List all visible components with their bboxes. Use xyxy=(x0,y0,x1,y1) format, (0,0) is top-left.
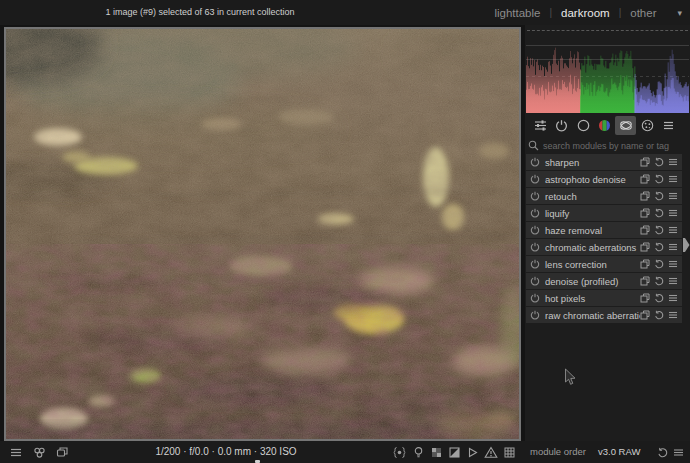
module-label: haze removal xyxy=(545,225,640,236)
sliders-icon xyxy=(534,119,547,132)
module-power-icon[interactable] xyxy=(530,225,540,235)
reset-icon[interactable] xyxy=(654,276,664,286)
module-presets-icon[interactable] xyxy=(668,208,678,218)
right-panel-collapse-handle[interactable] xyxy=(683,237,690,253)
multi-instance-icon[interactable] xyxy=(640,242,650,252)
module-row[interactable]: chromatic aberrations xyxy=(526,239,682,255)
view-darkroom[interactable]: darkroom xyxy=(561,7,610,19)
module-order-presets-icon[interactable] xyxy=(673,447,684,458)
module-order-label: module order xyxy=(530,441,586,463)
reset-icon[interactable] xyxy=(654,208,664,218)
module-group-tabs xyxy=(526,114,683,137)
view-other[interactable]: other xyxy=(630,7,656,19)
bottom-bar: 1/200 · f/0.0 · 0.0 mm · 320 ISO xyxy=(0,441,690,463)
tab-base-group[interactable] xyxy=(573,116,594,135)
module-label: sharpen xyxy=(545,157,640,168)
module-power-icon[interactable] xyxy=(530,174,540,184)
guides-grid-icon[interactable] xyxy=(503,446,516,459)
tab-correct-group[interactable] xyxy=(615,116,636,135)
module-power-icon[interactable] xyxy=(530,276,540,286)
multi-instance-icon[interactable] xyxy=(640,259,650,269)
hamburger-icon xyxy=(662,119,675,132)
reset-icon[interactable] xyxy=(654,157,664,167)
module-row[interactable]: astrophoto denoise xyxy=(526,171,682,187)
module-row[interactable]: denoise (profiled) xyxy=(526,273,682,289)
reset-icon[interactable] xyxy=(654,293,664,303)
photo-forest-floor[interactable] xyxy=(6,29,519,439)
tab-color-group[interactable] xyxy=(594,116,615,135)
multi-instance-icon[interactable] xyxy=(640,208,650,218)
histogram-canvas[interactable] xyxy=(526,34,689,113)
overexposure-warning-icon[interactable] xyxy=(484,446,498,459)
image-frame xyxy=(4,27,521,441)
top-panel-expander[interactable] xyxy=(527,30,688,31)
module-power-icon[interactable] xyxy=(530,310,540,320)
multi-instance-icon[interactable] xyxy=(640,276,650,286)
module-order-reset-icon[interactable] xyxy=(657,447,668,458)
module-power-icon[interactable] xyxy=(530,191,540,201)
search-input[interactable] xyxy=(543,141,681,151)
module-presets-icon[interactable] xyxy=(668,276,678,286)
module-row[interactable]: raw chromatic aberrations xyxy=(526,307,682,323)
view-separator: | xyxy=(619,7,622,18)
multi-instance-icon[interactable] xyxy=(640,225,650,235)
module-power-icon[interactable] xyxy=(530,208,540,218)
module-label: chromatic aberrations xyxy=(545,242,640,253)
color-assessment-icon[interactable] xyxy=(430,446,443,459)
module-row[interactable]: liquify xyxy=(526,205,682,221)
module-presets-icon[interactable] xyxy=(668,259,678,269)
module-row[interactable]: haze removal xyxy=(526,222,682,238)
multi-instance-icon[interactable] xyxy=(640,293,650,303)
grain-circle-icon xyxy=(641,119,654,132)
tab-power-group[interactable] xyxy=(551,116,572,135)
module-row[interactable]: retouch xyxy=(526,188,682,204)
module-power-icon[interactable] xyxy=(530,259,540,269)
reset-icon[interactable] xyxy=(654,242,664,252)
module-presets-icon[interactable] xyxy=(668,174,678,184)
module-label: lens correction xyxy=(545,259,640,270)
module-power-icon[interactable] xyxy=(530,242,540,252)
module-power-icon[interactable] xyxy=(530,293,540,303)
reset-icon[interactable] xyxy=(654,174,664,184)
module-label: liquify xyxy=(545,208,640,219)
module-presets-icon[interactable] xyxy=(668,191,678,201)
module-row[interactable]: sharpen xyxy=(526,154,682,170)
reset-icon[interactable] xyxy=(654,225,664,235)
tab-presets-menu[interactable] xyxy=(658,116,679,135)
exif-info: 1/200 · f/0.0 · 0.0 mm · 320 ISO xyxy=(0,441,452,463)
focus-peaking-icon[interactable] xyxy=(392,446,407,459)
reset-icon[interactable] xyxy=(654,191,664,201)
module-label: astrophoto denoise xyxy=(545,174,640,185)
multi-instance-icon[interactable] xyxy=(640,174,650,184)
lamp-icon[interactable] xyxy=(412,446,425,459)
tab-active-modules[interactable] xyxy=(530,116,551,135)
power-icon xyxy=(555,119,568,132)
top-bar: 1 image (#9) selected of 63 in current c… xyxy=(0,0,690,25)
module-presets-icon[interactable] xyxy=(668,242,678,252)
module-presets-icon[interactable] xyxy=(668,225,678,235)
module-row[interactable]: hot pixels xyxy=(526,290,682,306)
reset-icon[interactable] xyxy=(654,310,664,320)
view-lighttable[interactable]: lighttable xyxy=(494,7,540,19)
module-row[interactable]: lens correction xyxy=(526,256,682,272)
gamut-check-icon[interactable] xyxy=(448,446,461,459)
reset-icon[interactable] xyxy=(654,259,664,269)
module-presets-icon[interactable] xyxy=(668,293,678,303)
mouse-cursor xyxy=(564,368,577,387)
view-switcher: lighttable | darkroom | other ▾ xyxy=(494,0,682,25)
views-dropdown-caret[interactable]: ▾ xyxy=(677,8,682,18)
module-label: denoise (profiled) xyxy=(545,276,640,287)
module-presets-icon[interactable] xyxy=(668,310,678,320)
search-icon xyxy=(528,140,539,151)
softproof-icon[interactable] xyxy=(466,446,479,459)
tab-effects-group[interactable] xyxy=(636,116,657,135)
multi-instance-icon[interactable] xyxy=(640,310,650,320)
module-power-icon[interactable] xyxy=(530,157,540,167)
multi-instance-icon[interactable] xyxy=(640,157,650,167)
overlapping-ellipses-icon xyxy=(619,119,633,132)
multi-instance-icon[interactable] xyxy=(640,191,650,201)
module-presets-icon[interactable] xyxy=(668,157,678,167)
module-list: sharpen xyxy=(526,154,682,324)
collection-status: 1 image (#9) selected of 63 in current c… xyxy=(0,0,400,25)
circle-icon xyxy=(577,119,590,132)
